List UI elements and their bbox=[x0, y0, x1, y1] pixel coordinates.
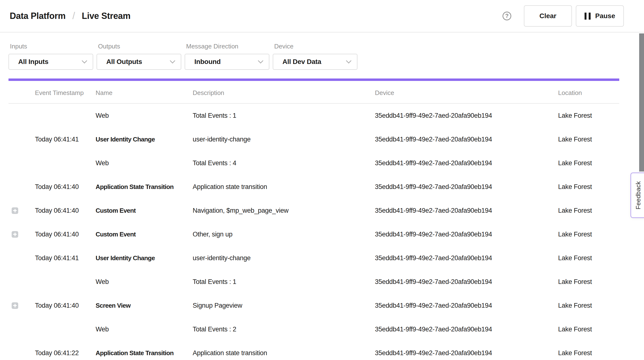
device-cell: 35eddb41-9ff9-49e2-7aed-20afa90eb194 bbox=[375, 349, 558, 357]
device-cell: 35eddb41-9ff9-49e2-7aed-20afa90eb194 bbox=[375, 231, 558, 238]
pause-button[interactable]: Pause bbox=[576, 5, 624, 27]
column-header-description: Description bbox=[193, 89, 375, 97]
event-name-cell: Web bbox=[96, 160, 193, 167]
event-description-cell: Total Events : 1 bbox=[193, 278, 375, 286]
outputs-filter-select[interactable]: All Outputs bbox=[96, 54, 181, 70]
outputs-filter-value: All Outputs bbox=[106, 58, 142, 66]
event-name-cell: Web bbox=[96, 112, 193, 119]
clear-button[interactable]: Clear bbox=[524, 5, 572, 27]
device-cell: 35eddb41-9ff9-49e2-7aed-20afa90eb194 bbox=[375, 136, 558, 143]
table-row: Today 06:41:41User Identity Changeuser-i… bbox=[8, 127, 619, 151]
event-timestamp-cell: Today 06:41:40 bbox=[35, 183, 96, 191]
event-timestamp-cell: Today 06:41:40 bbox=[35, 302, 96, 309]
event-name-cell: Custom Event bbox=[96, 231, 193, 238]
inputs-filter-value: All Inputs bbox=[18, 58, 48, 66]
pause-icon bbox=[584, 12, 590, 20]
location-cell: Lake Forest bbox=[558, 136, 619, 143]
breadcrumb-live-stream: Live Stream bbox=[82, 11, 130, 21]
scrollbar-thumb[interactable] bbox=[639, 33, 644, 172]
feedback-tab-label: Feedback bbox=[634, 181, 642, 209]
device-filter-select[interactable]: All Dev Data bbox=[273, 54, 358, 70]
device-cell: 35eddb41-9ff9-49e2-7aed-20afa90eb194 bbox=[375, 278, 558, 286]
breadcrumb-data-platform[interactable]: Data Platform bbox=[10, 11, 66, 21]
location-cell: Lake Forest bbox=[558, 302, 619, 309]
event-description-cell: Application state transition bbox=[193, 183, 375, 191]
message-direction-filter-select[interactable]: Inbound bbox=[185, 54, 269, 70]
device-filter-value: All Dev Data bbox=[282, 58, 321, 66]
location-cell: Lake Forest bbox=[558, 231, 619, 238]
device-cell: 35eddb41-9ff9-49e2-7aed-20afa90eb194 bbox=[375, 160, 558, 167]
filter-group-message-direction: Message Direction Inbound bbox=[185, 43, 269, 70]
event-name-cell: Web bbox=[96, 326, 193, 333]
inputs-filter-label: Inputs bbox=[10, 43, 93, 50]
event-timestamp-cell: Today 06:41:22 bbox=[35, 349, 96, 357]
event-name-cell: Application State Transition bbox=[96, 349, 193, 357]
event-name-cell: User Identity Change bbox=[96, 136, 193, 143]
event-timestamp-cell: Today 06:41:41 bbox=[35, 254, 96, 262]
location-cell: Lake Forest bbox=[558, 326, 619, 333]
event-description-cell: Signup Pageview bbox=[193, 302, 375, 309]
table-row: Today 06:41:40Custom EventNavigation, $m… bbox=[8, 199, 619, 222]
location-cell: Lake Forest bbox=[558, 112, 619, 119]
location-cell: Lake Forest bbox=[558, 183, 619, 191]
event-description-cell: Total Events : 2 bbox=[193, 326, 375, 333]
events-table: Event Timestamp Name Description Device … bbox=[8, 82, 619, 360]
message-direction-filter-label: Message Direction bbox=[186, 43, 269, 50]
event-description-cell: Total Events : 4 bbox=[193, 160, 375, 167]
table-row: Today 06:41:40Screen ViewSignup Pageview… bbox=[8, 294, 619, 317]
event-name-cell: Web bbox=[96, 278, 193, 286]
expand-row-button[interactable] bbox=[12, 231, 18, 238]
outputs-filter-label: Outputs bbox=[98, 43, 181, 50]
header-actions: ? Clear Pause bbox=[502, 5, 624, 27]
chevron-down-icon bbox=[346, 58, 352, 63]
event-description-cell: user-identity-change bbox=[193, 254, 375, 262]
breadcrumb-separator: / bbox=[72, 10, 75, 21]
table-row: WebTotal Events : 435eddb41-9ff9-49e2-7a… bbox=[8, 151, 619, 175]
event-name-cell: Screen View bbox=[96, 302, 193, 309]
device-cell: 35eddb41-9ff9-49e2-7aed-20afa90eb194 bbox=[375, 207, 558, 214]
location-cell: Lake Forest bbox=[558, 349, 619, 357]
column-header-event-timestamp: Event Timestamp bbox=[35, 89, 96, 97]
expand-cell bbox=[8, 207, 35, 214]
event-description-cell: Other, sign up bbox=[193, 231, 375, 238]
expand-cell bbox=[8, 302, 35, 309]
filter-group-device: Device All Dev Data bbox=[273, 43, 358, 70]
location-cell: Lake Forest bbox=[558, 160, 619, 167]
event-description-cell: Application state transition bbox=[193, 349, 375, 357]
event-timestamp-cell: Today 06:41:40 bbox=[35, 231, 96, 238]
expand-row-button[interactable] bbox=[12, 207, 18, 214]
filter-group-inputs: Inputs All Inputs bbox=[8, 43, 93, 70]
breadcrumb: Data Platform / Live Stream bbox=[10, 11, 130, 21]
event-description-cell: user-identity-change bbox=[193, 136, 375, 143]
pause-button-label: Pause bbox=[595, 12, 615, 20]
event-timestamp-cell: Today 06:41:40 bbox=[35, 207, 96, 214]
event-description-cell: Total Events : 1 bbox=[193, 112, 375, 119]
device-cell: 35eddb41-9ff9-49e2-7aed-20afa90eb194 bbox=[375, 254, 558, 262]
device-cell: 35eddb41-9ff9-49e2-7aed-20afa90eb194 bbox=[375, 326, 558, 333]
table-row: Today 06:41:22Application State Transiti… bbox=[8, 341, 619, 360]
expand-row-button[interactable] bbox=[12, 302, 18, 309]
message-direction-filter-value: Inbound bbox=[194, 58, 220, 66]
device-filter-label: Device bbox=[274, 43, 358, 50]
event-name-cell: User Identity Change bbox=[96, 254, 193, 262]
inputs-filter-select[interactable]: All Inputs bbox=[8, 54, 93, 70]
table-header-row: Event Timestamp Name Description Device … bbox=[8, 82, 619, 104]
help-icon[interactable]: ? bbox=[502, 12, 511, 20]
location-cell: Lake Forest bbox=[558, 207, 619, 214]
event-timestamp-cell: Today 06:41:41 bbox=[35, 136, 96, 143]
event-name-cell: Custom Event bbox=[96, 207, 193, 214]
location-cell: Lake Forest bbox=[558, 278, 619, 286]
page-header: Data Platform / Live Stream ? Clear Paus… bbox=[0, 0, 644, 32]
table-body: WebTotal Events : 135eddb41-9ff9-49e2-7a… bbox=[8, 104, 619, 360]
table-row: Today 06:41:40Custom EventOther, sign up… bbox=[8, 222, 619, 246]
filters-bar: Inputs All Inputs Outputs All Outputs Me… bbox=[0, 43, 644, 70]
event-description-cell: Navigation, $mp_web_page_view bbox=[193, 207, 375, 214]
event-name-cell: Application State Transition bbox=[96, 183, 193, 191]
feedback-tab[interactable]: Feedback bbox=[630, 173, 644, 218]
expand-cell bbox=[8, 231, 35, 238]
chevron-down-icon bbox=[170, 58, 176, 63]
filter-group-outputs: Outputs All Outputs bbox=[96, 43, 181, 70]
device-cell: 35eddb41-9ff9-49e2-7aed-20afa90eb194 bbox=[375, 302, 558, 309]
stream-progress-bar bbox=[8, 78, 619, 81]
table-row: Today 06:41:41User Identity Changeuser-i… bbox=[8, 246, 619, 270]
